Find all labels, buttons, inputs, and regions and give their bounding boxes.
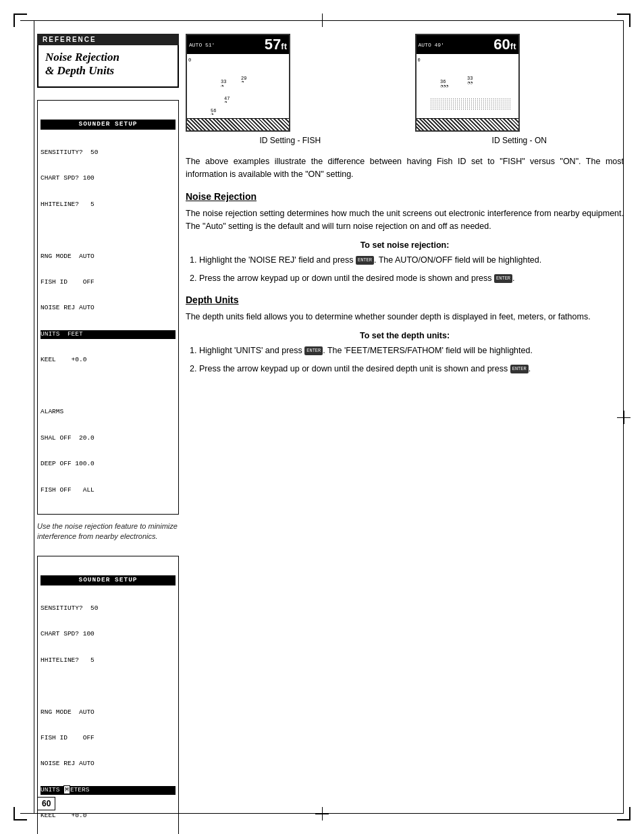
- enter-key-3: ENTER: [304, 346, 323, 355]
- sounder-line: FISH OFF ALL: [41, 486, 176, 495]
- page-title: Noise Rejection & Depth Units: [45, 51, 171, 78]
- noise-rejection-body: The noise rejection setting determines h…: [186, 207, 624, 234]
- fish-display-1: AUTO 51' 57ft 0 33 ◔: [186, 34, 395, 145]
- noise-rejection-sub-heading: To set noise rejection:: [186, 240, 624, 250]
- sounder-line-highlighted: UNITS FEET: [41, 330, 176, 339]
- noise-rejection-heading: Noise Rejection: [186, 191, 624, 202]
- svg-text:36: 36: [440, 79, 446, 84]
- depth-step-1: Highlight 'UNITS' and press ENTER. The '…: [199, 344, 624, 357]
- svg-text:33: 33: [467, 76, 473, 81]
- depth-units-heading: Depth Units: [186, 294, 624, 305]
- svg-text:◔◔◔: ◔◔◔: [440, 84, 449, 88]
- finder-depth-area-1: 0 33 ◔ 29 ◔: [187, 54, 289, 132]
- sounder-line: SHAL OFF 20.0: [41, 434, 176, 443]
- finder-screen-2: AUTO 49' 60ft 0 36 ◔◔◔: [415, 34, 520, 132]
- bottom-fill-1: [187, 119, 289, 132]
- fish-detail-2: 33 ◔◔: [467, 74, 491, 88]
- top-horizontal-line: [20, 20, 624, 21]
- enter-key-4: ENTER: [510, 365, 529, 373]
- finder-topbar-2: AUTO 49' 60ft: [417, 35, 518, 54]
- enter-key-2: ENTER: [494, 274, 512, 283]
- noise-step-2: Press the arrow keypad up or down until …: [199, 272, 624, 285]
- sounder-line: FISH ID OFF: [41, 278, 176, 287]
- sounder-line: [41, 382, 176, 391]
- sounder-line: [41, 682, 176, 691]
- page-number: 60: [37, 797, 55, 810]
- sounder-line: [41, 226, 176, 235]
- sounder-line: FISH ID OFF: [41, 734, 176, 743]
- sounder-header-1: SOUNDER SETUP: [41, 120, 176, 130]
- sounder-screen-2: SOUNDER SETUP SENSITIUTY? 50 CHART SPD? …: [37, 556, 179, 834]
- fish-mark-3: 47 ◔: [224, 95, 241, 104]
- fish-mark: 33 ◔: [221, 78, 241, 88]
- fish-label-2: ID Setting - ON: [415, 136, 624, 145]
- fish-mark-4: 56 ◔: [211, 107, 227, 116]
- svg-text:33: 33: [221, 79, 226, 84]
- finder-topbar-1: AUTO 51' 57ft: [187, 35, 289, 54]
- svg-text:◔: ◔: [221, 84, 224, 87]
- depth-units-body: The depth units field allows you to dete…: [186, 311, 624, 323]
- sounder-line: CHART SPD? 100: [41, 630, 176, 639]
- caption-1: Use the noise rejection feature to minim…: [37, 521, 179, 542]
- sounder-line: NOISE REJ AUTO: [41, 304, 176, 313]
- page: REFERENCE Noise Rejection & Depth Units …: [0, 0, 644, 834]
- sounder-line: SENSITIUTY? 50: [41, 149, 176, 157]
- enter-key-1: ENTER: [356, 256, 374, 265]
- left-vertical-line: [34, 20, 34, 814]
- depth-zero-2: 0: [418, 57, 421, 63]
- finder-screen-1: AUTO 51' 57ft 0 33 ◔: [186, 34, 290, 132]
- fish-mark-2: 29 ◔: [241, 74, 258, 84]
- depth-units-sub-heading: To set the depth units:: [186, 331, 624, 340]
- sounder-line: RNG MODE AUTO: [41, 708, 176, 717]
- right-column: AUTO 51' 57ft 0 33 ◔: [186, 34, 624, 382]
- finder-auto-label-2: AUTO 49': [419, 42, 444, 48]
- left-column: REFERENCE Noise Rejection & Depth Units …: [37, 34, 179, 834]
- noise-step-1: Highlight the 'NOISE REJ' field and pres…: [199, 254, 624, 267]
- right-vertical-line: [623, 20, 624, 814]
- sounder-screen-1: SOUNDER SETUP SENSITIUTY? 50 CHART SPD? …: [37, 100, 179, 515]
- sounder-line-highlighted-2: UNITS METERS: [41, 786, 176, 795]
- depth-units-steps: Highlight 'UNITS' and press ENTER. The '…: [199, 344, 624, 376]
- sounder-line: KEEL +0.0: [41, 356, 176, 365]
- sounder-header-2: SOUNDER SETUP: [41, 575, 176, 585]
- sounder-line: ALARMS: [41, 408, 176, 417]
- finder-depth-area-2: 0 36 ◔◔◔ 33 ◔◔: [417, 54, 518, 132]
- sounder-line: HHITELINE? 5: [41, 656, 176, 665]
- sounder-line: NOISE REJ AUTO: [41, 760, 176, 768]
- sounder-line: CHART SPD? 100: [41, 174, 176, 183]
- fish-images-container: AUTO 51' 57ft 0 33 ◔: [186, 34, 624, 145]
- sounder-line: DEEP OFF 100.0: [41, 460, 176, 469]
- title-box: Noise Rejection & Depth Units: [37, 45, 179, 88]
- depth-step-2: Press the arrow keypad up or down until …: [199, 363, 624, 375]
- noise-rejection-steps: Highlight the 'NOISE REJ' field and pres…: [199, 254, 624, 286]
- fish-school: [430, 98, 512, 110]
- depth-zero: 0: [188, 57, 191, 63]
- reference-label: REFERENCE: [37, 34, 179, 45]
- fish-display-2: AUTO 49' 60ft 0 36 ◔◔◔: [415, 34, 624, 145]
- bottom-fill-2: [417, 119, 518, 132]
- sounder-line: HHITELINE? 5: [41, 201, 176, 209]
- finder-depth-2: 60ft: [493, 36, 516, 53]
- bottom-horizontal-line: [20, 813, 624, 814]
- sounder-line: RNG MODE AUTO: [41, 253, 176, 261]
- intro-text: The above examples illustrate the differ…: [186, 155, 624, 182]
- finder-auto-label: AUTO 51': [189, 42, 215, 48]
- sounder-line: SENSITIUTY? 50: [41, 604, 176, 613]
- svg-text:◔◔: ◔◔: [467, 81, 473, 85]
- fish-label-1: ID Setting - FISH: [186, 136, 395, 145]
- finder-depth-1: 57ft: [265, 36, 287, 53]
